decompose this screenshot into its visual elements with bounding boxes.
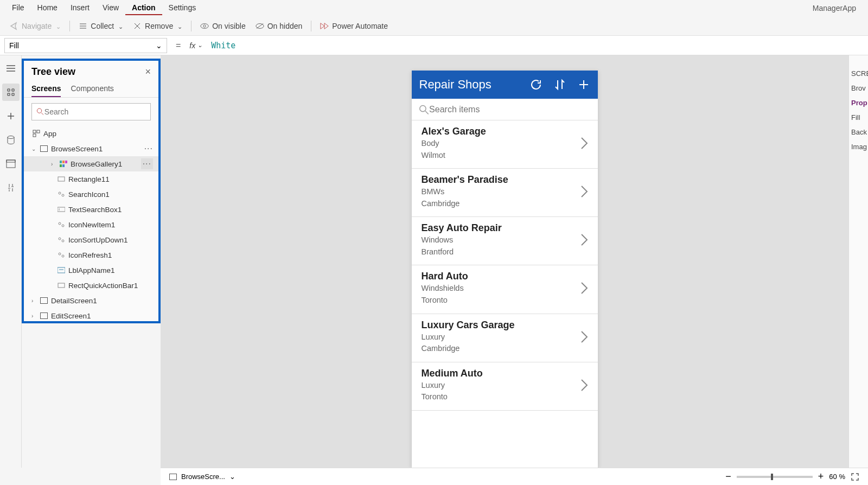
tree-node-iconrefresh1[interactable]: IconRefresh1 [24, 247, 158, 263]
menu-view[interactable]: View [96, 1, 125, 15]
list-item[interactable]: Alex's GarageBodyWilmot [412, 120, 598, 169]
navigate-icon [10, 22, 18, 30]
search-input[interactable] [429, 105, 591, 114]
tree-node-browsegallery1[interactable]: › BrowseGallery1 ··· [24, 156, 158, 171]
menu-settings[interactable]: Settings [162, 1, 203, 15]
toolbar: Navigate Collect Remove On visible On hi… [0, 16, 868, 36]
tree-node-app[interactable]: App [24, 126, 158, 141]
tree-node-iconsortupdown1[interactable]: IconSortUpDown1 [24, 232, 158, 247]
screen-icon [39, 144, 49, 153]
list-item[interactable]: Medium AutoLuxuryToronto [412, 362, 598, 411]
menu-action[interactable]: Action [125, 1, 162, 15]
tree-node-browsescreen1[interactable]: ⌄ BrowseScreen1 ··· [24, 141, 158, 156]
app-preview: Repair Shops Alex's GarageBodyWi [412, 71, 598, 468]
on-visible-button[interactable]: On visible [196, 20, 250, 33]
zoom-out-button[interactable]: − [725, 471, 731, 482]
screen-selector[interactable]: BrowseScre... ⌄ [169, 473, 235, 481]
add-icon[interactable] [577, 78, 590, 91]
refresh-icon[interactable] [529, 78, 542, 91]
list-item[interactable]: Beamer's ParadiseBMWsCambridge [412, 169, 598, 217]
more-icon[interactable]: ··· [141, 158, 153, 169]
zoom-in-button[interactable]: + [818, 471, 824, 482]
properties-tab[interactable]: Prop [849, 95, 868, 110]
tree-search-input[interactable] [44, 107, 146, 116]
item-line2: Wilmot [422, 150, 486, 161]
on-hidden-button[interactable]: On hidden [251, 20, 307, 33]
chevron-down-icon: ⌄ [156, 41, 162, 50]
chevron-right-icon[interactable]: › [31, 298, 39, 304]
menu-home[interactable]: Home [31, 1, 64, 15]
item-line1: BMWs [422, 187, 508, 197]
tree-node-searchicon1[interactable]: SearchIcon1 [24, 187, 158, 202]
svg-point-19 [59, 192, 61, 194]
svg-rect-31 [58, 283, 65, 288]
svg-rect-32 [41, 298, 48, 304]
menu-insert[interactable]: Insert [64, 1, 96, 15]
tree-view-icon[interactable] [2, 84, 20, 101]
tree-node-iconnewitem1[interactable]: IconNewItem1 [24, 217, 158, 232]
svg-point-4 [8, 136, 14, 139]
list-item[interactable]: Luxury Cars GarageLuxuryCambridge [412, 314, 598, 362]
tree-node-rectangle11[interactable]: Rectangle11 [24, 171, 158, 187]
chevron-right-icon[interactable] [580, 137, 588, 150]
tab-components[interactable]: Components [71, 82, 113, 97]
item-line1: Windshields [422, 283, 468, 294]
chevron-down-icon[interactable]: ⌄ [31, 146, 39, 152]
list-item[interactable]: Hard AutoWindshieldsToronto [412, 265, 598, 314]
collect-button[interactable]: Collect [74, 20, 127, 33]
search-icon [418, 104, 430, 116]
tree-node-textsearchbox1[interactable]: TextSearchBox1 [24, 202, 158, 217]
svg-line-35 [425, 111, 429, 114]
prop-fill[interactable]: Fill [849, 110, 868, 125]
svg-rect-9 [33, 130, 36, 133]
more-icon[interactable]: ··· [144, 144, 153, 154]
chevron-right-icon[interactable] [580, 185, 588, 198]
chevron-right-icon[interactable] [580, 233, 588, 246]
svg-rect-5 [7, 160, 15, 168]
tree-node-rectquickactionbar1[interactable]: RectQuickActionBar1 [24, 278, 158, 293]
sort-icon[interactable] [553, 78, 566, 91]
insert-icon[interactable] [2, 107, 20, 125]
prop-image[interactable]: Imag [849, 139, 868, 154]
tree-node-editscreen1[interactable]: › EditScreen1 [24, 308, 158, 323]
chevron-right-icon[interactable] [580, 282, 588, 295]
tree-tabs: Screens Components [24, 80, 158, 98]
svg-point-20 [62, 194, 64, 196]
rectangle-icon [56, 281, 66, 290]
property-dropdown[interactable]: Fill ⌄ [4, 38, 167, 53]
zoom-slider[interactable] [737, 476, 813, 478]
menubar-items: File Home Insert View Action Settings [5, 1, 202, 15]
media-icon[interactable] [2, 155, 20, 173]
chevron-right-icon[interactable] [580, 379, 588, 392]
power-automate-button[interactable]: Power Automate [316, 20, 392, 33]
hamburger-icon[interactable] [2, 60, 20, 77]
prop-back[interactable]: Back [849, 125, 868, 139]
canvas[interactable]: Repair Shops Alex's GarageBodyWi [161, 55, 848, 468]
power-automate-icon [320, 22, 329, 30]
chevron-down-icon [117, 22, 123, 30]
remove-button[interactable]: Remove [129, 20, 187, 33]
tools-icon[interactable] [2, 179, 20, 196]
list-item[interactable]: Easy Auto RepairWindowsBrantford [412, 217, 598, 265]
tree-node-lblappname1[interactable]: LblAppName1 [24, 263, 158, 278]
tree-node-detailscreen1[interactable]: › DetailScreen1 [24, 293, 158, 308]
item-text: Medium AutoLuxuryToronto [422, 368, 483, 403]
item-line2: Cambridge [422, 199, 508, 209]
chevron-down-icon [176, 22, 182, 30]
navigate-button[interactable]: Navigate [5, 20, 65, 33]
chevron-right-icon[interactable]: › [51, 161, 59, 167]
fx-button[interactable]: fx⌄ [185, 41, 207, 50]
close-icon[interactable]: × [145, 66, 151, 78]
zoom-value: 60 % [829, 473, 845, 481]
chevron-right-icon[interactable] [580, 330, 588, 343]
data-icon[interactable] [2, 131, 20, 149]
item-title: Easy Auto Repair [422, 222, 502, 234]
tree-search[interactable] [31, 103, 151, 120]
formula-input[interactable] [207, 38, 868, 53]
menu-file[interactable]: File [5, 1, 31, 15]
search-bar[interactable] [412, 99, 598, 120]
fullscreen-icon[interactable] [851, 473, 859, 481]
equals-label: = [171, 41, 185, 50]
tab-screens[interactable]: Screens [31, 82, 61, 97]
chevron-right-icon[interactable]: › [31, 313, 39, 319]
